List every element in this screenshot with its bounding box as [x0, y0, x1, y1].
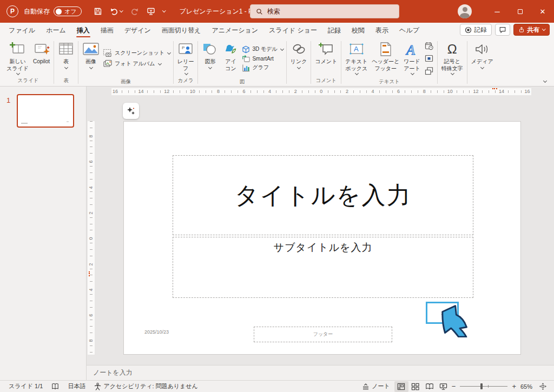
- spellcheck-button[interactable]: [47, 381, 63, 392]
- text-box-button[interactable]: A テキスト ボックス: [343, 39, 370, 75]
- symbol-button[interactable]: Ω 記号と 特殊文字: [439, 39, 465, 75]
- group-camera: P レリー フ カメラ: [174, 39, 197, 86]
- photo-album-caret-icon: [157, 62, 161, 65]
- autosave-label: 自動保存: [24, 7, 50, 16]
- minimize-button[interactable]: ─: [486, 0, 509, 23]
- maximize-button[interactable]: [509, 0, 531, 23]
- media-button[interactable]: メディア: [469, 39, 496, 69]
- fit-to-window-button[interactable]: [536, 381, 550, 392]
- photo-album-label: フォト アルバム: [115, 60, 155, 68]
- zoom-level[interactable]: 65%: [517, 381, 536, 392]
- notes-panel[interactable]: ノートを入力: [87, 365, 554, 380]
- reading-view-button[interactable]: [423, 381, 437, 392]
- tab-help[interactable]: ヘルプ: [394, 23, 425, 38]
- cameo-button[interactable]: P レリー フ: [175, 39, 196, 75]
- group-link: リンク: [287, 39, 311, 86]
- ribbon-separator: [341, 41, 341, 84]
- chart-label: グラフ: [252, 64, 269, 71]
- screenshot-button[interactable]: スクリーンショット: [103, 49, 170, 57]
- photo-album-button[interactable]: フォト アルバム: [103, 59, 170, 68]
- pictures-button[interactable]: 画像: [80, 39, 102, 69]
- link-button[interactable]: リンク: [288, 39, 309, 69]
- subtitle-placeholder[interactable]: サブタイトルを入力: [173, 237, 473, 298]
- ribbon-collapse-chevron-icon[interactable]: [543, 79, 547, 83]
- account-avatar[interactable]: [458, 4, 472, 18]
- tab-animations[interactable]: アニメーション: [206, 23, 263, 38]
- zoom-slider[interactable]: [460, 386, 507, 387]
- wordart-button[interactable]: A ワード アート: [401, 39, 422, 75]
- new-comment-icon: [318, 42, 334, 56]
- ribbon-separator: [311, 41, 311, 84]
- zoom-out-button[interactable]: −: [451, 382, 457, 390]
- tab-transitions[interactable]: 画面切り替え: [156, 23, 207, 38]
- tab-record[interactable]: 記録: [322, 23, 346, 38]
- new-comment-button[interactable]: コメント: [313, 39, 339, 65]
- text-box-label: テキスト ボックス: [345, 58, 367, 72]
- slide-date-text[interactable]: 2025/10/23: [144, 329, 169, 335]
- notes-lines-icon: [362, 383, 370, 390]
- zoom-in-button[interactable]: +: [511, 382, 517, 390]
- screenshot-icon: [103, 49, 113, 57]
- zoom-slider-thumb[interactable]: [480, 383, 483, 389]
- slideshow-view-icon: [439, 383, 447, 390]
- new-slide-caret-icon: [16, 71, 20, 75]
- presentation-icon: [147, 7, 155, 16]
- tab-draw[interactable]: 描画: [95, 23, 119, 38]
- 3d-models-button[interactable]: 3D モデル: [242, 45, 283, 54]
- normal-view-button[interactable]: [394, 381, 408, 392]
- tab-slideshow[interactable]: スライド ショー: [263, 23, 322, 38]
- ribbon-separator: [437, 41, 438, 84]
- record-button[interactable]: 記録: [460, 24, 492, 36]
- customize-qat-button[interactable]: [163, 11, 166, 12]
- group-slides: 新しい スライド Copilot スライド: [3, 39, 53, 86]
- slide-thumbnail-1[interactable]: [17, 94, 74, 128]
- share-button[interactable]: 共有: [513, 24, 550, 36]
- search-input[interactable]: 検索: [250, 4, 399, 18]
- link-label: リンク: [291, 58, 307, 65]
- slide-sorter-view-button[interactable]: [408, 381, 423, 392]
- tab-design[interactable]: デザイン: [119, 23, 156, 38]
- header-footer-button[interactable]: ヘッダーと フッター: [370, 39, 401, 72]
- slideshow-view-button[interactable]: [437, 381, 451, 392]
- tab-insert[interactable]: 挿入: [71, 23, 95, 38]
- footer-placeholder[interactable]: フッター: [254, 327, 392, 342]
- accessibility-indicator[interactable]: アクセシビリティ: 問題ありません: [90, 381, 202, 392]
- notes-toggle-button[interactable]: ノート: [358, 381, 394, 392]
- table-button[interactable]: 表: [56, 39, 76, 69]
- search-label: 検索: [267, 7, 280, 16]
- autosave-toggle[interactable]: オフ: [54, 6, 82, 16]
- slide-number-button[interactable]: [424, 53, 434, 64]
- tab-home[interactable]: ホーム: [41, 23, 71, 38]
- undo-button[interactable]: [110, 8, 123, 16]
- icons-button[interactable]: アイ コン: [220, 39, 241, 72]
- designer-button[interactable]: [123, 103, 139, 119]
- media-speaker-icon: [474, 42, 490, 56]
- wordart-label: ワード アート: [404, 58, 420, 72]
- photo-album-icon: [103, 59, 113, 68]
- tab-file[interactable]: ファイル: [3, 23, 41, 38]
- redo-button[interactable]: [130, 8, 139, 16]
- table-icon: [58, 42, 74, 56]
- new-slide-button[interactable]: 新しい スライド: [4, 39, 31, 75]
- tab-review[interactable]: 校閲: [346, 23, 370, 38]
- date-time-button[interactable]: [424, 41, 434, 51]
- comments-button[interactable]: [495, 24, 510, 36]
- group-label-comments: コメント: [313, 77, 339, 86]
- powerpoint-logo-icon[interactable]: P: [6, 5, 18, 17]
- start-presentation-button[interactable]: [147, 7, 155, 16]
- close-button[interactable]: ✕: [531, 0, 554, 23]
- svg-text:P: P: [182, 45, 184, 50]
- language-indicator[interactable]: 日本語: [63, 381, 90, 392]
- title-bar: P 自動保存 オフ プレゼンテーション1 - Power… 検索 ─ ✕: [0, 0, 554, 23]
- chart-button[interactable]: グラフ: [242, 64, 283, 72]
- save-button[interactable]: [94, 7, 102, 16]
- slide-editor[interactable]: タイトルを入力 サブタイトルを入力 1 2025/10/23 フッター: [123, 121, 521, 355]
- copilot-label: Copilot: [33, 58, 50, 65]
- title-placeholder[interactable]: タイトルを入力: [173, 155, 473, 235]
- share-label: 共有: [527, 26, 540, 34]
- tab-view[interactable]: 表示: [370, 23, 394, 38]
- smartart-button[interactable]: SmartArt: [242, 55, 283, 63]
- object-button[interactable]: [424, 65, 434, 76]
- shapes-button[interactable]: 図形: [200, 39, 220, 69]
- copilot-button[interactable]: Copilot: [31, 39, 52, 65]
